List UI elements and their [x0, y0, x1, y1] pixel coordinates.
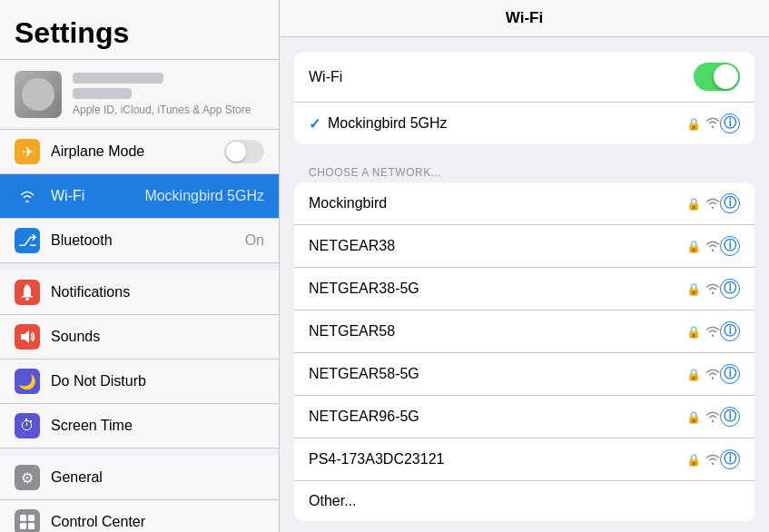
main-content: Wi-Fi ✓ Mockingbird 5GHz 🔒 ⓘ: [280, 37, 769, 532]
svg-marker-1: [21, 330, 29, 343]
choose-network-header: CHOOSE A NETWORK...: [294, 159, 754, 182]
wifi-icon-netgear38: [705, 241, 720, 251]
connected-network-icons: 🔒: [686, 116, 720, 131]
network-icons-mockingbird: 🔒: [686, 197, 720, 211]
sidebar-item-control-center[interactable]: Control Center: [0, 500, 279, 532]
profile-section[interactable]: Apple ID, iCloud, iTunes & App Store: [0, 60, 279, 130]
airplane-mode-icon: ✈: [15, 139, 40, 164]
lock-icon: 🔒: [686, 117, 701, 131]
info-btn-netgear58-5g[interactable]: ⓘ: [720, 364, 740, 384]
svg-rect-4: [20, 523, 26, 529]
airplane-mode-toggle[interactable]: [224, 140, 264, 163]
network-name-netgear58-5g: NETGEAR58-5G: [309, 366, 686, 382]
sidebar-item-airplane-mode[interactable]: ✈ Airplane Mode: [0, 130, 279, 174]
general-label: General: [51, 469, 264, 486]
network-row-netgear96-5g[interactable]: NETGEAR96-5G 🔒 ⓘ: [294, 396, 754, 438]
control-center-label: Control Center: [51, 514, 264, 530]
info-btn-netgear38[interactable]: ⓘ: [720, 236, 740, 256]
info-btn-netgear96-5g[interactable]: ⓘ: [720, 407, 740, 427]
screen-time-icon: ⏱: [15, 413, 40, 438]
wifi-icon-netgear58: [705, 326, 720, 337]
network-name-mockingbird: Mockingbird: [309, 195, 686, 212]
lock-icon-netgear58: 🔒: [686, 325, 701, 339]
wifi-icon-mockingbird: [705, 198, 720, 209]
sidebar-items-list: ✈ Airplane Mode Wi-Fi Mockingbird 5GHz ⎇…: [0, 130, 279, 532]
main-panel: Wi-Fi Wi-Fi ✓ Mockingbird 5GHz 🔒: [280, 0, 769, 532]
info-btn-mockingbird[interactable]: ⓘ: [720, 193, 740, 213]
lock-icon-netgear58-5g: 🔒: [686, 368, 701, 381]
network-name-netgear58: NETGEAR58: [309, 323, 686, 340]
wifi-connected-value: Mockingbird 5GHz: [144, 188, 264, 204]
sounds-icon: [15, 324, 40, 350]
settings-title: Settings: [0, 0, 279, 59]
sidebar-item-general[interactable]: ⚙ General: [0, 456, 279, 500]
bluetooth-icon: ⎇: [15, 228, 40, 253]
sidebar-item-do-not-disturb[interactable]: 🌙 Do Not Disturb: [0, 360, 279, 404]
network-name-other: Other...: [309, 493, 740, 509]
info-btn-netgear38-5g[interactable]: ⓘ: [720, 279, 740, 299]
wifi-icon-ps4: [705, 454, 720, 465]
networks-card: Mockingbird 🔒 ⓘ NETGEAR38 🔒: [294, 182, 754, 521]
svg-rect-5: [28, 523, 35, 529]
network-row-ps4[interactable]: PS4-173A3DC23121 🔒 ⓘ: [294, 438, 754, 481]
general-icon: ⚙: [15, 465, 40, 490]
network-icons-ps4: 🔒: [686, 453, 720, 467]
svg-rect-2: [20, 515, 26, 521]
wifi-icon-netgear38-5g: [705, 283, 720, 294]
network-icons-netgear96-5g: 🔒: [686, 410, 720, 424]
lock-icon-mockingbird: 🔒: [686, 197, 701, 211]
profile-name-bar2: [73, 88, 132, 99]
wifi-toggle[interactable]: [694, 63, 740, 91]
network-row-netgear38[interactable]: NETGEAR38 🔒 ⓘ: [294, 225, 754, 268]
profile-subtitle: Apple ID, iCloud, iTunes & App Store: [73, 103, 251, 116]
network-row-netgear58-5g[interactable]: NETGEAR58-5G 🔒 ⓘ: [294, 353, 754, 396]
checkmark-icon: ✓: [309, 115, 320, 133]
section-gap-1: [0, 263, 279, 271]
connected-network-label: Mockingbird 5GHz: [328, 115, 686, 132]
profile-name-bar1: [73, 73, 163, 84]
screen-time-label: Screen Time: [51, 418, 264, 434]
sidebar-item-notifications[interactable]: Notifications: [0, 271, 279, 315]
network-name-netgear38: NETGEAR38: [309, 238, 686, 254]
sidebar-item-bluetooth[interactable]: ⎇ Bluetooth On: [0, 219, 279, 263]
network-icons-netgear58: 🔒: [686, 325, 720, 339]
network-row-netgear38-5g[interactable]: NETGEAR38-5G 🔒 ⓘ: [294, 268, 754, 310]
connected-network-info-btn[interactable]: ⓘ: [720, 113, 740, 133]
wifi-signal-icon: [705, 116, 720, 131]
network-name-netgear96-5g: NETGEAR96-5G: [309, 409, 686, 425]
lock-icon-netgear96-5g: 🔒: [686, 410, 701, 424]
network-row-netgear58[interactable]: NETGEAR58 🔒 ⓘ: [294, 310, 754, 353]
wifi-toggle-label: Wi-Fi: [309, 69, 694, 85]
lock-icon-ps4: 🔒: [686, 453, 701, 467]
network-icons-netgear38: 🔒: [686, 240, 720, 253]
do-not-disturb-label: Do Not Disturb: [51, 373, 264, 389]
wifi-icon: [15, 183, 40, 209]
info-btn-ps4[interactable]: ⓘ: [720, 449, 740, 469]
sidebar-item-sounds[interactable]: Sounds: [0, 315, 279, 360]
main-header: Wi-Fi: [280, 0, 769, 37]
wifi-label: Wi-Fi: [51, 188, 144, 204]
notifications-icon: [15, 280, 40, 305]
sounds-label: Sounds: [51, 329, 264, 345]
connected-network-row[interactable]: ✓ Mockingbird 5GHz 🔒 ⓘ: [294, 103, 754, 144]
airplane-mode-label: Airplane Mode: [51, 143, 224, 160]
do-not-disturb-icon: 🌙: [15, 369, 40, 394]
svg-rect-3: [28, 515, 35, 521]
avatar: [15, 71, 62, 118]
sidebar-item-wifi[interactable]: Wi-Fi Mockingbird 5GHz: [0, 174, 279, 219]
notifications-label: Notifications: [51, 284, 264, 300]
network-row-other[interactable]: Other...: [294, 481, 754, 521]
network-row-mockingbird[interactable]: Mockingbird 🔒 ⓘ: [294, 182, 754, 225]
wifi-toggle-card: Wi-Fi ✓ Mockingbird 5GHz 🔒 ⓘ: [294, 52, 754, 144]
info-btn-netgear58[interactable]: ⓘ: [720, 321, 740, 341]
sidebar-item-screen-time[interactable]: ⏱ Screen Time: [0, 404, 279, 448]
control-center-icon: [15, 509, 40, 532]
wifi-toggle-row[interactable]: Wi-Fi: [294, 52, 754, 103]
network-name-ps4: PS4-173A3DC23121: [309, 451, 686, 468]
lock-icon-netgear38: 🔒: [686, 240, 701, 253]
bluetooth-label: Bluetooth: [51, 232, 245, 249]
network-icons-netgear58-5g: 🔒: [686, 368, 720, 381]
wifi-icon-netgear58-5g: [705, 369, 720, 379]
svg-point-0: [25, 298, 29, 300]
network-name-netgear38-5g: NETGEAR38-5G: [309, 281, 686, 297]
